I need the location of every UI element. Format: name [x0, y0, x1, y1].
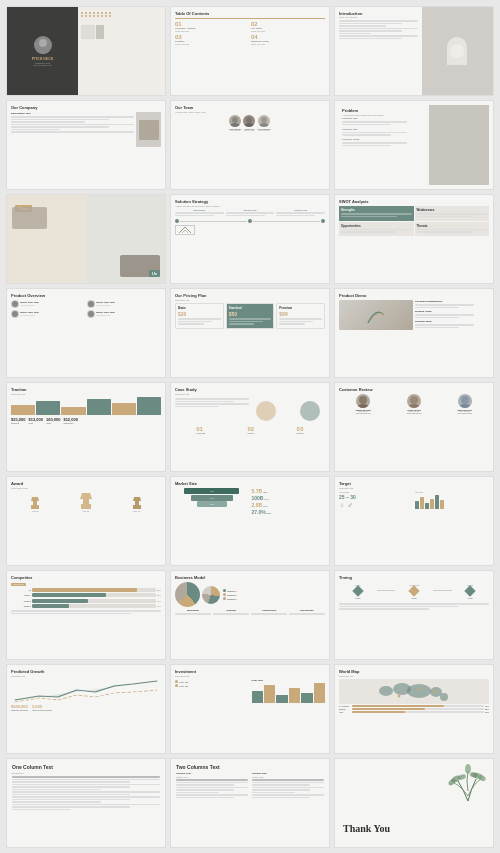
growth-stats: $500,000 Predicted Revenue 3,500 New Cus…: [11, 704, 161, 711]
slide-solution: Solution Strategy A Better Solution Can …: [170, 194, 330, 284]
arch-decoration: [447, 37, 467, 65]
map-legend-item: Europe 55%: [339, 708, 489, 710]
slide-one-column: One Column Text Exhibit Items: [6, 758, 166, 848]
two-columns-content: Column One Subtitle Here Column Two Subt…: [176, 772, 324, 799]
team-member: Jone Pedersen Insert Your Title: [257, 115, 270, 131]
stat-item: 160,000 Users: [46, 417, 60, 424]
svg-point-6: [261, 117, 267, 123]
timing-step: Activity Insert: [339, 584, 377, 599]
biz-cat: Training: [213, 609, 249, 616]
slide-customer-review: Customer Review Michiel Jackson Insert Y…: [334, 382, 494, 472]
slide-thank-you: Thank You: [334, 758, 494, 848]
business-categories: Marketing Training Assessment Technology: [175, 609, 325, 616]
one-col-subtitle: Exhibit Items: [12, 772, 160, 774]
timing-title: Timing: [339, 575, 489, 580]
funnel-layer-tam: TAM: [184, 488, 239, 494]
toc-item: 01 Company Address Insert Your Title: [175, 21, 249, 32]
biz-cat: Assessment: [251, 609, 287, 616]
case-numbers: 01 Challenge 02 Results 03 Solution: [175, 426, 325, 434]
slide-investment: Investment Description Title Insert Titl…: [170, 664, 330, 754]
market-title: Market Size: [175, 481, 325, 486]
svg-point-20: [407, 684, 431, 698]
slide-right-panel: [78, 7, 165, 95]
swot-threats: Threats: [415, 222, 490, 237]
traction-subtitle: Description Title: [11, 393, 161, 395]
case-title: Case Study: [175, 387, 325, 392]
case-subtitle: Description Title: [175, 393, 325, 395]
stat-item: $13,000 Profit: [28, 417, 42, 424]
stat-item: $25,000 Revenue: [11, 417, 25, 424]
target-left: Age Range 25 ~ 30 ♀ ♂: [339, 491, 413, 510]
svg-point-24: [418, 688, 421, 691]
investment-item: Insert Title: [175, 684, 249, 687]
right-shapes: [81, 25, 162, 39]
growth-subtitle: Description Title: [11, 675, 161, 677]
timing-step: Milestones Insert: [395, 584, 433, 599]
slide-target: Target Description Title Age Range 25 ~ …: [334, 476, 494, 566]
reviewer-avatar: [356, 394, 370, 408]
svg-point-4: [246, 117, 252, 123]
slide-product-demo: Product Demo Customer Engagement Finding…: [334, 288, 494, 378]
price-premium: Premium $99: [276, 303, 325, 329]
product-icon: [11, 300, 19, 308]
competitor-bars: Us 85% Comp A 60% Comp B 45%: [11, 588, 161, 609]
solution-col: Solution Flow: [226, 209, 275, 217]
slide-world-map: World Map Description Title N. America: [334, 664, 494, 754]
product-item: Insert Your Title: [87, 310, 161, 318]
reviewer-text: Insert review text here: [407, 413, 422, 414]
female-icon: ♀: [339, 501, 345, 510]
slide-business-model: Business Model Segment 1 Segment 2 Segme…: [170, 570, 330, 660]
reviewer-avatar: [458, 394, 472, 408]
case-num: 01 Challenge: [196, 426, 205, 434]
slide-them-us: Them Us: [6, 194, 166, 284]
product-icon: [87, 300, 95, 308]
slide-problem: Problem A Small Text Makes A Brief About…: [334, 100, 494, 190]
market-stat: 5.7B Total: [252, 488, 326, 494]
thank-you-title: Thank You: [343, 823, 390, 835]
swot-strengths: Strengths: [339, 206, 414, 221]
slide-timing: Timing Activity Insert Milestones Insert…: [334, 570, 494, 660]
competitor-title: Competitor: [11, 575, 161, 580]
member-role: Insert Your Title: [259, 130, 269, 131]
avatar: [34, 36, 52, 54]
biz-cat: Technology: [289, 609, 325, 616]
them-shape: [12, 207, 47, 229]
svg-point-10: [12, 311, 18, 317]
trophy: Award Title: [30, 496, 40, 512]
slide-pricing: Our Pricing Plan Description Title Basic…: [170, 288, 330, 378]
slide-pitch-deck: PITCH DECK PRESENTATION Insert Your Comp…: [6, 6, 166, 96]
svg-point-15: [408, 404, 420, 408]
market-stat: 100B SAM: [252, 495, 326, 501]
investment-subtitle: Description Title: [175, 675, 325, 677]
toc-title: Table Of Contents: [175, 11, 325, 16]
map-legend: N. America 70% Europe 55% Asia 40%: [339, 705, 489, 713]
gender-icons: ♀ ♂: [339, 501, 413, 510]
reviewer-avatar: [407, 394, 421, 408]
two-col-title: Two Columns Text: [176, 764, 324, 770]
market-funnel: TAM SAM SOM: [175, 488, 249, 515]
problem-item: Problem Two: [342, 128, 423, 137]
timing-connector: [377, 590, 396, 591]
growth-chart: [11, 678, 161, 703]
market-stat: 27.0% Rate: [252, 509, 326, 515]
growth-stat: 3,500 New Customers/Week: [32, 704, 52, 711]
map-subtitle: Description Title: [339, 675, 489, 677]
slide-two-columns: Two Columns Text Column One Subtitle Her…: [170, 758, 330, 848]
traction-title: Traction: [11, 387, 161, 392]
pie-legend: Segment 1 Segment 2 Segment 3: [223, 582, 237, 607]
slide-award: Award About Award Place Award Title Inse…: [6, 476, 166, 566]
slide-toc: Table Of Contents 01 Company Address Ins…: [170, 6, 330, 96]
toc-grid: 01 Company Address Insert Your Title 02 …: [175, 21, 325, 45]
slide-competitor: Competitor Competitor 1 Us 85% Comp A 60…: [6, 570, 166, 660]
demo-item: Finding Angel: [415, 310, 489, 318]
competitor-row: Comp C 30%: [11, 604, 161, 608]
slide-tagline: Insert Your Company Here: [34, 65, 52, 66]
thank-you-text-container: Thank You: [343, 823, 390, 835]
slide-introduction: Introduction Insert Your Title Here: [334, 6, 494, 96]
slide-left-panel: PITCH DECK PRESENTATION Insert Your Comp…: [7, 7, 78, 95]
demo-image: [339, 300, 413, 330]
slide-product-overview: Product Overview Insert Your Title Inser…: [6, 288, 166, 378]
svg-point-12: [359, 396, 367, 404]
funnel-layer-som: SOM: [197, 501, 227, 507]
case-content: [175, 397, 325, 425]
